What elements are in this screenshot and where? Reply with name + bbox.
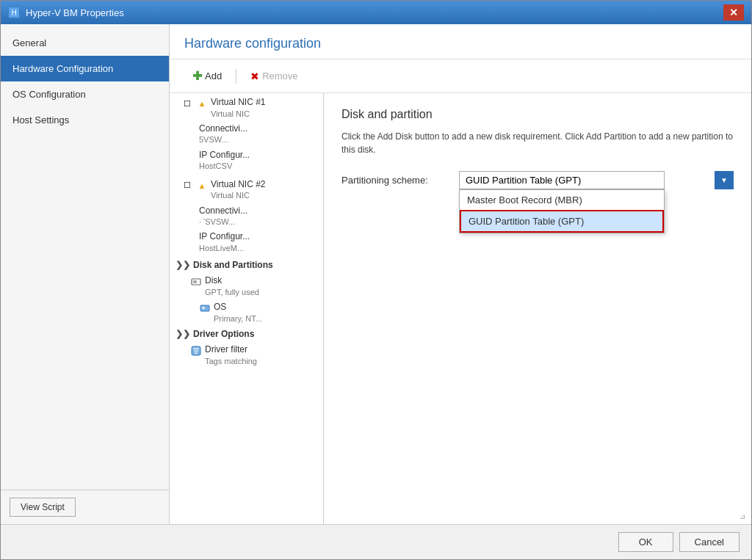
resize-handle[interactable]: ⊿ xyxy=(740,512,748,521)
add-button[interactable]: ✚ Add xyxy=(184,65,230,87)
sidebar-item-general[interactable]: General xyxy=(1,30,169,56)
main-window: H Hyper-V BM Properties ✕ General Hardwa… xyxy=(0,0,752,560)
conn1-sub: 5VSW... xyxy=(199,134,247,145)
disk-name: Disk xyxy=(205,275,259,287)
partitioning-dropdown[interactable]: GUID Partition Table (GPT) ▼ xyxy=(459,171,665,189)
detail-title: Disk and partition xyxy=(341,108,734,121)
sidebar-item-os[interactable]: OS Configuration xyxy=(1,81,169,107)
ip2-name: IP Configur... xyxy=(199,231,250,243)
window-title: Hyper-V BM Properties xyxy=(26,7,124,18)
sidebar-item-hardware[interactable]: Hardware Configuration xyxy=(1,56,169,81)
svg-rect-1 xyxy=(193,280,197,283)
nic2-row[interactable]: ☐ ▲ Virtual NIC #2 Virtual NIC xyxy=(170,177,323,203)
main-content: Hardware configuration ✚ Add ✖ Remove xyxy=(170,24,751,524)
os-icon xyxy=(199,302,211,314)
nic1-name: Virtual NIC #1 xyxy=(211,97,265,109)
warning-icon: ▲ xyxy=(196,98,208,109)
sidebar-item-host[interactable]: Host Settings xyxy=(1,107,169,133)
ip2-row[interactable]: IP Configur... HostLiveM... xyxy=(170,229,323,255)
ok-button[interactable]: OK xyxy=(618,532,673,552)
ip1-sub: HostCSV xyxy=(199,161,250,171)
view-script-button[interactable]: View Script xyxy=(10,498,76,517)
driver-filter-name: Driver filter xyxy=(205,344,257,356)
disk-text: Disk GPT, fully used xyxy=(205,275,259,297)
nic2-sub: Virtual NIC xyxy=(211,190,265,200)
disk-partitions-label: Disk and Partitions xyxy=(193,260,273,270)
toolbar: ✚ Add ✖ Remove xyxy=(170,59,751,93)
conn2-text: Connectivi... · 'SVSW... xyxy=(199,206,247,228)
tree-panel: ☐ ▲ Virtual NIC #1 Virtual NIC Connectiv… xyxy=(170,93,324,524)
conn2-row[interactable]: Connectivi... · 'SVSW... xyxy=(170,203,323,230)
nic1-text: Virtual NIC #1 Virtual NIC xyxy=(211,97,265,119)
list-item: ☐ ▲ Virtual NIC #1 Virtual NIC Connectiv… xyxy=(170,93,323,175)
driver-filter-text: Driver filter Tags matching xyxy=(205,344,257,366)
dropdown-menu: Master Boot Record (MBR) GUID Partition … xyxy=(459,189,665,233)
os-sub: Primary, NT... xyxy=(214,313,262,324)
driver-filter-row[interactable]: Driver filter Tags matching xyxy=(170,342,323,368)
ip1-text: IP Configur... HostCSV xyxy=(199,150,250,172)
page-title: Hardware configuration xyxy=(184,36,737,51)
dropdown-arrow-icon: ▼ xyxy=(715,171,734,189)
sidebar-footer: View Script xyxy=(1,490,169,524)
os-text: OS Primary, NT... xyxy=(214,302,262,324)
dropdown-selected-value: GUID Partition Table (GPT) xyxy=(466,175,581,186)
ip1-row[interactable]: IP Configur... HostCSV xyxy=(170,148,323,174)
app-icon-label: H xyxy=(11,9,16,17)
disk-partitions-section[interactable]: ❯❯ Disk and Partitions xyxy=(170,257,323,273)
partitioning-dropdown-wrapper: GUID Partition Table (GPT) ▼ Master Boot… xyxy=(459,171,734,189)
conn1-row[interactable]: Connectivi... 5VSW... xyxy=(170,121,323,148)
driver-options-label: Driver Options xyxy=(193,329,254,339)
disk-icon xyxy=(190,276,202,288)
conn2-sub: · 'SVSW... xyxy=(199,217,247,227)
disk-row[interactable]: Disk GPT, fully used xyxy=(170,273,323,299)
title-bar-left: H Hyper-V BM Properties xyxy=(8,7,124,18)
toolbar-separator xyxy=(236,69,236,84)
conn1-text: Connectivi... 5VSW... xyxy=(199,123,247,145)
driver-filter-sub: Tags matching xyxy=(205,356,257,366)
close-button[interactable]: ✕ xyxy=(723,4,744,21)
main-header: Hardware configuration xyxy=(170,24,751,59)
title-bar: H Hyper-V BM Properties ✕ xyxy=(1,1,751,24)
disk-sub: GPT, fully used xyxy=(205,287,259,297)
detail-description: Click the Add Disk button to add a new d… xyxy=(341,130,734,156)
ip2-sub: HostLiveM... xyxy=(199,243,250,253)
os-name: OS xyxy=(214,302,262,313)
conn2-name: Connectivi... xyxy=(199,206,247,217)
app-icon: H xyxy=(8,7,20,18)
ip2-text: IP Configur... HostLiveM... xyxy=(199,231,250,253)
driver-section-expand-icon: ❯❯ xyxy=(176,329,190,339)
section-expand-icon: ❯❯ xyxy=(176,260,190,270)
driver-options-section[interactable]: ❯❯ Driver Options xyxy=(170,326,323,342)
os-row[interactable]: OS Primary, NT... xyxy=(170,299,323,326)
nic1-row[interactable]: ☐ ▲ Virtual NIC #1 Virtual NIC xyxy=(170,95,323,121)
checkbox-icon: ☐ xyxy=(181,98,193,109)
nic2-text: Virtual NIC #2 Virtual NIC xyxy=(211,179,265,201)
warning2-icon: ▲ xyxy=(196,180,208,192)
remove-button[interactable]: ✖ Remove xyxy=(242,67,306,86)
ip1-name: IP Configur... xyxy=(199,150,250,161)
sidebar: General Hardware Configuration OS Config… xyxy=(1,24,170,524)
detail-panel: Disk and partition Click the Add Disk bu… xyxy=(324,93,751,524)
remove-icon: ✖ xyxy=(250,70,259,82)
conn1-name: Connectivi... xyxy=(199,123,247,135)
cancel-button[interactable]: Cancel xyxy=(679,532,740,552)
nic2-name: Virtual NIC #2 xyxy=(211,179,265,191)
list-item: ☐ ▲ Virtual NIC #2 Virtual NIC Connectiv… xyxy=(170,175,323,258)
checkbox2-icon: ☐ xyxy=(181,180,193,192)
dropdown-option-mbr[interactable]: Master Boot Record (MBR) xyxy=(460,190,664,210)
split-panel: ☐ ▲ Virtual NIC #1 Virtual NIC Connectiv… xyxy=(170,93,751,524)
add-icon: ✚ xyxy=(192,69,202,83)
partitioning-label: Partitioning scheme: xyxy=(341,175,459,186)
window-footer: OK Cancel xyxy=(1,524,751,559)
window-body: General Hardware Configuration OS Config… xyxy=(1,24,751,524)
partitioning-row: Partitioning scheme: GUID Partition Tabl… xyxy=(341,171,734,189)
driver-filter-icon xyxy=(190,345,202,357)
svg-rect-3 xyxy=(202,307,205,309)
dropdown-option-gpt[interactable]: GUID Partition Table (GPT) xyxy=(460,210,664,233)
nic1-sub: Virtual NIC xyxy=(211,109,265,119)
sidebar-items: General Hardware Configuration OS Config… xyxy=(1,24,169,490)
